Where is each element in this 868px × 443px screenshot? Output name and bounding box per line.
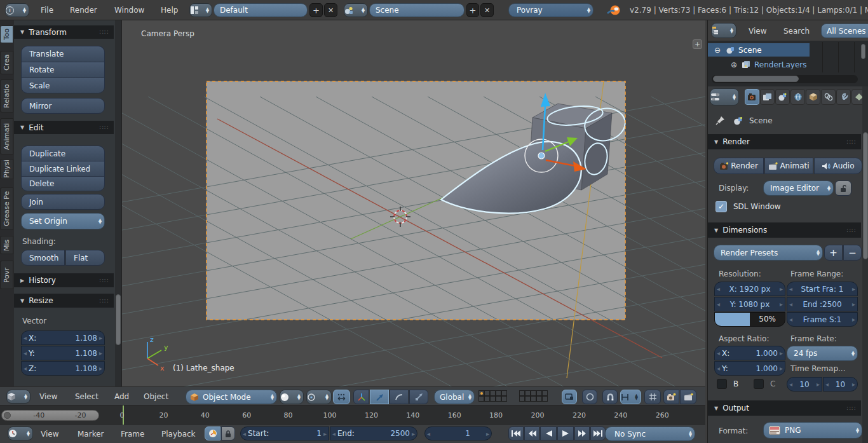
transform-orientation-select[interactable]: Global: [434, 390, 475, 404]
rotate-button[interactable]: Rotate: [21, 62, 105, 78]
close-layout-button[interactable]: ✕: [324, 3, 337, 17]
screen-layout-icon-button[interactable]: [189, 3, 212, 17]
region-expand-button[interactable]: +: [693, 39, 702, 49]
aspect-x-field[interactable]: ◂X:1.000▸: [714, 346, 785, 360]
step-right-icon[interactable]: ▸: [850, 381, 857, 388]
collapse-minus-icon[interactable]: ⊖: [714, 46, 721, 55]
tab-object[interactable]: [806, 89, 820, 105]
toolshelf-tab-povr[interactable]: Povr: [0, 261, 13, 289]
window-info-button[interactable]: i: [5, 3, 29, 17]
delete-button[interactable]: Delete: [21, 176, 105, 191]
set-origin-select[interactable]: Set Origin: [21, 213, 105, 229]
step-left-icon[interactable]: ◂: [787, 316, 794, 323]
layer-toggle[interactable]: [490, 396, 496, 402]
frame-end-field[interactable]: ◂End :2500▸: [787, 297, 858, 311]
frame-step-field[interactable]: ◂Frame S:1▸: [787, 312, 858, 327]
menu-search[interactable]: Search: [783, 27, 810, 36]
layer-toggle[interactable]: [536, 390, 542, 396]
close-scene-button[interactable]: ✕: [480, 3, 494, 17]
menu-help[interactable]: Help: [161, 6, 178, 15]
shade-flat-button[interactable]: Flat: [65, 250, 105, 266]
layer-toggle[interactable]: [490, 390, 496, 396]
frame-end-field[interactable]: ◂End:2500▸: [330, 426, 417, 440]
panel-header-history[interactable]: ▶History∷∷: [14, 273, 114, 287]
resize-x-field[interactable]: ◂X:1.108▸: [21, 331, 105, 345]
duplicate-button[interactable]: Duplicate: [21, 146, 105, 161]
step-left-icon[interactable]: ◂: [787, 285, 794, 292]
step-left-icon[interactable]: ◂: [22, 334, 29, 341]
toolshelf-tab-crea[interactable]: Crea: [0, 51, 13, 74]
panel-header-render[interactable]: ▼Render∷∷: [708, 134, 861, 149]
step-left-icon[interactable]: ◂: [787, 381, 794, 388]
add-scene-button[interactable]: +: [466, 3, 479, 17]
step-right-icon[interactable]: ▸: [850, 301, 857, 308]
menu-playback[interactable]: Playback: [161, 430, 196, 439]
step-left-icon[interactable]: ◂: [715, 365, 722, 372]
step-right-icon[interactable]: ▸: [815, 381, 822, 388]
step-right-icon[interactable]: ▸: [97, 365, 104, 372]
panel-header-resize[interactable]: ▼Resize∷∷: [14, 294, 114, 308]
scale-manipulator-button[interactable]: [409, 390, 428, 404]
screen-layout-select[interactable]: Default: [214, 3, 308, 17]
join-button[interactable]: Join: [21, 194, 105, 210]
timeline-ruler[interactable]: -40-200204060801001201401601802002202402…: [0, 406, 705, 425]
properties-editor-type-button[interactable]: [710, 88, 739, 106]
menu-add[interactable]: Add: [114, 392, 129, 401]
opengl-render-button[interactable]: [663, 390, 679, 404]
step-right-icon[interactable]: ▸: [97, 334, 104, 341]
render-presets-select[interactable]: Render Presets: [714, 245, 823, 261]
translate-button[interactable]: Translate: [21, 46, 105, 62]
render-animation-button[interactable]: Animati: [764, 158, 813, 174]
step-left-icon[interactable]: ◂: [22, 350, 29, 357]
timeline-editor-type-button[interactable]: [8, 426, 33, 440]
display-lock-button[interactable]: [835, 181, 851, 196]
snap-toggle-button[interactable]: [602, 390, 618, 404]
tab-render[interactable]: [745, 89, 759, 105]
remove-preset-button[interactable]: −: [843, 245, 862, 261]
panel-header-output[interactable]: ▼Output∷∷: [708, 400, 861, 416]
layer-toggle[interactable]: [496, 390, 501, 396]
step-right-icon[interactable]: ▸: [778, 365, 785, 372]
layers-grid-1[interactable]: [478, 390, 507, 402]
outliner-hscrollbar[interactable]: [712, 75, 858, 83]
toolshelf-tab-grease-pe[interactable]: Grease Pe: [0, 187, 13, 230]
step-right-icon[interactable]: ▸: [484, 430, 491, 437]
step-left-icon[interactable]: ◂: [22, 365, 29, 372]
layer-toggle[interactable]: [519, 390, 525, 396]
lock-to-scene-button[interactable]: [562, 390, 577, 404]
viewport-canvas[interactable]: z y x: [122, 20, 705, 386]
tab-world[interactable]: [790, 89, 805, 105]
viewport-shading-button[interactable]: [280, 390, 304, 404]
panel-header-transform[interactable]: ▼Transform∷∷: [14, 25, 114, 39]
opengl-render-anim-button[interactable]: [680, 390, 696, 404]
render-audio-button[interactable]: Audio: [814, 158, 862, 174]
layer-toggle[interactable]: [478, 390, 484, 396]
add-layout-button[interactable]: +: [309, 3, 323, 17]
menu-select[interactable]: Select: [75, 392, 98, 401]
sdl-window-checkbox[interactable]: ✓: [715, 201, 727, 212]
layer-toggle[interactable]: [531, 390, 536, 396]
layer-toggle[interactable]: [496, 396, 501, 402]
scrollbar-knob[interactable]: [4, 412, 11, 419]
add-preset-button[interactable]: +: [824, 245, 843, 261]
aspect-y-field[interactable]: ◂Y:1.000▸: [714, 361, 785, 376]
menu-object[interactable]: Object: [144, 392, 168, 401]
step-right-icon[interactable]: ▸: [850, 316, 857, 323]
resolution-y-field[interactable]: ◂Y: 1080 px▸: [714, 297, 785, 311]
step-left-icon[interactable]: ◂: [715, 350, 722, 357]
step-right-icon[interactable]: ▸: [97, 350, 104, 357]
step-left-icon[interactable]: ◂: [715, 301, 722, 308]
expand-plus-icon[interactable]: ⊕: [731, 60, 737, 69]
layer-toggle[interactable]: [542, 390, 548, 396]
outliner-editor-type-button[interactable]: [711, 23, 736, 38]
outliner-row-scene[interactable]: ⊖ Scene: [708, 43, 810, 57]
layer-toggle[interactable]: [519, 396, 525, 402]
menu-frame[interactable]: Frame: [121, 430, 144, 439]
toolshelf-scrollbar[interactable]: [115, 20, 121, 386]
scale-button[interactable]: Scale: [21, 78, 105, 93]
play-button[interactable]: [557, 426, 574, 440]
mirror-button[interactable]: Mirror: [21, 98, 105, 114]
step-left-icon[interactable]: ◂: [425, 430, 432, 437]
lock-time-cursor-button[interactable]: [221, 426, 235, 440]
proportional-edit-button[interactable]: [582, 390, 597, 404]
